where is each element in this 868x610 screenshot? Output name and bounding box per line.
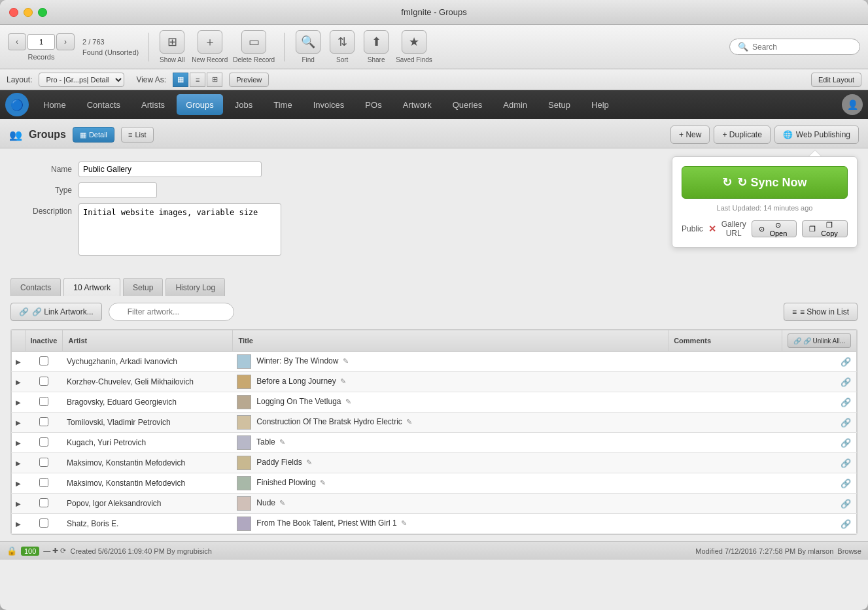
nav-groups[interactable]: Groups [177, 94, 223, 115]
edit-icon[interactable]: ✎ [338, 377, 348, 385]
view-table-button[interactable]: ⊞ [207, 73, 222, 87]
name-input[interactable] [78, 161, 262, 177]
nav-artists[interactable]: Artists [132, 94, 174, 115]
close-button[interactable] [9, 8, 18, 17]
layout-select[interactable]: Pro - |Gr...ps| Detail [39, 73, 124, 87]
top-action-buttons: + New + Duplicate 🌐 Web Publishing [670, 126, 859, 144]
link-artwork-button[interactable]: 🔗 🔗 Link Artwork... [10, 303, 102, 321]
nav-time[interactable]: Time [264, 94, 301, 115]
show-in-list-button[interactable]: ≡ ≡ Show in List [784, 303, 858, 321]
tab-contacts[interactable]: Contacts [10, 278, 61, 296]
edit-icon[interactable]: ✎ [341, 357, 351, 365]
show-all-button[interactable]: ⊞ Show All [158, 30, 186, 63]
nav-queries[interactable]: Queries [443, 94, 492, 115]
open-button[interactable]: ⊙ ⊙ Open [752, 220, 797, 237]
edit-layout-button[interactable]: Edit Layout [811, 73, 861, 87]
nav-jobs[interactable]: Jobs [226, 94, 262, 115]
find-button[interactable]: 🔍 Find [294, 30, 322, 63]
view-list-button[interactable]: ≡ [190, 73, 205, 87]
unlink-row-icon[interactable]: 🔗 [841, 418, 851, 428]
web-publishing-panel: ↻ ↻ Sync Now Last Updated: 14 minutes ag… [665, 148, 868, 267]
unlink-all-button[interactable]: 🔗 🔗 Unlink All... [788, 333, 851, 348]
nav-help[interactable]: Help [582, 94, 618, 115]
row-expand-arrow[interactable]: ▶ [16, 419, 21, 426]
public-toggle[interactable]: ✕ [708, 224, 716, 234]
saved-finds-button[interactable]: ★ Saved Finds [396, 30, 432, 63]
copy-button[interactable]: ❐ ❐ Copy [802, 220, 848, 237]
unlink-row-icon[interactable]: 🔗 [841, 357, 851, 367]
filter-input[interactable] [109, 303, 234, 321]
type-input[interactable] [78, 182, 157, 198]
row-expand-arrow[interactable]: ▶ [16, 439, 21, 447]
traffic-lights[interactable] [9, 8, 47, 17]
row-expand-arrow[interactable]: ▶ [16, 500, 21, 507]
nav-admin[interactable]: Admin [494, 94, 536, 115]
row-expand-arrow[interactable]: ▶ [16, 520, 21, 528]
search-input[interactable] [752, 42, 850, 52]
row-inactive-checkbox[interactable] [39, 356, 48, 365]
sync-now-button[interactable]: ↻ ↻ Sync Now [682, 166, 848, 199]
row-artist-cell: Maksimov, Konstantin Mefodevich [63, 453, 233, 473]
row-expand-arrow[interactable]: ▶ [16, 399, 21, 406]
description-input[interactable]: Initial website images, variable size [78, 203, 281, 256]
new-group-button[interactable]: + New [670, 126, 710, 144]
row-inactive-checkbox[interactable] [39, 498, 48, 507]
view-form-button[interactable]: ▦ [173, 73, 188, 87]
row-expand-arrow[interactable]: ▶ [16, 379, 21, 386]
nav-logo[interactable]: 🔵 [5, 93, 29, 116]
edit-icon[interactable]: ✎ [404, 418, 414, 426]
unlink-row-icon[interactable]: 🔗 [841, 479, 851, 488]
unlink-row-icon[interactable]: 🔗 [841, 398, 851, 407]
share-button[interactable]: ⬆ Share [362, 30, 391, 63]
tab-setup[interactable]: Setup [123, 278, 163, 296]
detail-view-button[interactable]: ▦ Detail [73, 127, 114, 143]
row-inactive-checkbox[interactable] [39, 458, 48, 467]
row-checkbox-cell [25, 514, 63, 534]
nav-invoices[interactable]: Invoices [304, 94, 354, 115]
preview-button[interactable]: Preview [229, 73, 269, 87]
record-number-input[interactable] [27, 34, 55, 50]
tab-10-artwork[interactable]: 10 Artwork [63, 278, 120, 296]
next-record-button[interactable]: › [56, 33, 75, 50]
nav-artwork[interactable]: Artwork [394, 94, 441, 115]
nav-pos[interactable]: POs [356, 94, 391, 115]
unlink-row-icon[interactable]: 🔗 [841, 458, 851, 468]
unlink-row-icon[interactable]: 🔗 [841, 377, 851, 387]
duplicate-group-button[interactable]: + Duplicate [714, 126, 770, 144]
row-expand-arrow[interactable]: ▶ [16, 358, 21, 365]
row-inactive-checkbox[interactable] [39, 437, 48, 447]
row-inactive-checkbox[interactable] [39, 417, 48, 426]
row-inactive-checkbox[interactable] [39, 478, 48, 487]
nav-home[interactable]: Home [34, 94, 75, 115]
groups-title: Groups [29, 129, 66, 141]
list-view-button[interactable]: ≡ List [121, 127, 154, 143]
prev-record-button[interactable]: ‹ [8, 33, 26, 50]
new-record-button[interactable]: ＋ New Record [192, 30, 228, 63]
edit-icon[interactable]: ✎ [399, 519, 409, 527]
row-inactive-checkbox[interactable] [39, 397, 48, 406]
delete-record-button[interactable]: ▭ Delete Record [233, 30, 275, 63]
edit-icon[interactable]: ✎ [304, 458, 314, 466]
edit-icon[interactable]: ✎ [277, 499, 287, 507]
col-inactive: Inactive [25, 330, 63, 352]
unlink-row-icon[interactable]: 🔗 [841, 519, 851, 529]
edit-icon[interactable]: ✎ [277, 438, 287, 446]
maximize-button[interactable] [38, 8, 47, 17]
unlink-row-icon[interactable]: 🔗 [841, 499, 851, 509]
row-expand-arrow[interactable]: ▶ [16, 480, 21, 487]
row-inactive-checkbox[interactable] [39, 518, 48, 528]
edit-icon[interactable]: ✎ [343, 398, 353, 405]
nav-contacts[interactable]: Contacts [78, 94, 130, 115]
row-inactive-checkbox[interactable] [39, 377, 48, 386]
web-publishing-button[interactable]: 🌐 Web Publishing [774, 126, 859, 144]
unlink-row-icon[interactable]: 🔗 [841, 438, 851, 448]
type-row: Type [13, 182, 652, 198]
nav-setup[interactable]: Setup [539, 94, 580, 115]
detail-icon: ▦ [80, 131, 86, 139]
row-expand-arrow[interactable]: ▶ [16, 460, 21, 467]
user-avatar[interactable]: 👤 [842, 94, 863, 115]
edit-icon[interactable]: ✎ [318, 479, 328, 486]
sort-button[interactable]: ⇅ Sort [328, 30, 356, 63]
minimize-button[interactable] [24, 8, 33, 17]
tab-history-log[interactable]: History Log [165, 278, 225, 296]
